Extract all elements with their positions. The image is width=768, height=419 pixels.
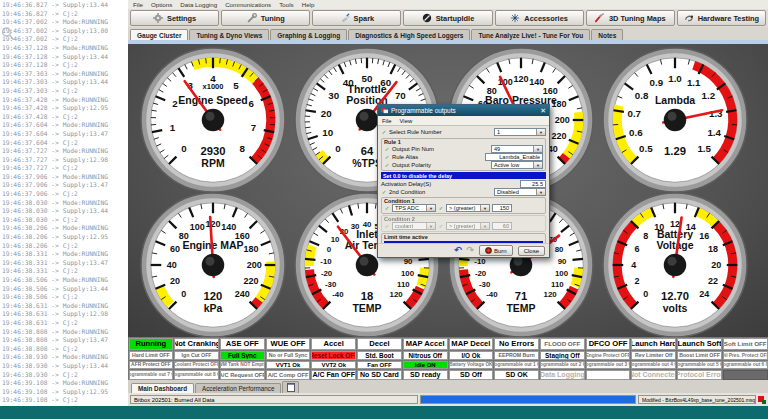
log-line: 19:46:37.002 -> Cj:2 bbox=[2, 35, 128, 44]
gauge-battery-voltage: 024681012141618202224BatteryVoltage12.70… bbox=[600, 190, 750, 337]
serial-log-panel: 19:46:36.827 -> Supply:13.4419:46:36.827… bbox=[0, 0, 128, 406]
svg-text:TEMP: TEMP bbox=[506, 302, 535, 314]
output-polarity-row: ✓ Output Polarity Active low▼ bbox=[384, 161, 543, 169]
close-button[interactable]: Close bbox=[518, 246, 545, 256]
undo-icon[interactable]: ↶ bbox=[454, 246, 462, 255]
new-dashboard-tab[interactable] bbox=[282, 381, 299, 393]
log-line: 19:46:37.428 -> Mode:RUNNING bbox=[2, 96, 128, 105]
svg-text:8: 8 bbox=[643, 231, 648, 241]
svg-text:100: 100 bbox=[555, 269, 569, 278]
svg-text:22: 22 bbox=[708, 276, 718, 286]
svg-text:220: 220 bbox=[552, 131, 567, 141]
svg-text:20: 20 bbox=[321, 108, 332, 119]
status-indicator: No SD Card bbox=[357, 370, 402, 380]
tab-acceleration-performance[interactable]: Acceleration Performance bbox=[195, 383, 281, 393]
3d-tuning-maps-button[interactable]: 3D Tuning Maps bbox=[586, 10, 675, 26]
svg-text:-20: -20 bbox=[321, 269, 333, 278]
status-indicator: Soft Limit OFF bbox=[723, 338, 768, 350]
tab-tuning-dyno-views[interactable]: Tuning & Dyno Views bbox=[189, 29, 269, 40]
log-line: 19:46:37.604 -> Cj:2 bbox=[2, 139, 128, 148]
svg-text:120: 120 bbox=[204, 290, 223, 302]
tab-diagnostics-loggers[interactable]: Diagnostics & High Speed Loggers bbox=[348, 29, 470, 40]
condition2-value-field[interactable]: 60 bbox=[492, 222, 512, 230]
condition1-operator-combo[interactable]: > (greater)▼ bbox=[446, 204, 490, 212]
second-condition-combo[interactable]: Disabled▼ bbox=[494, 188, 546, 196]
activation-delay-field[interactable]: 25.5 bbox=[520, 180, 546, 188]
chevron-down-icon: ▼ bbox=[426, 205, 435, 211]
svg-text:Inlet: Inlet bbox=[356, 228, 378, 240]
log-line: 19:46:36.827 -> Supply:13.44 bbox=[2, 1, 128, 10]
log-line: 19:46:38.930 -> Cj:2 bbox=[2, 371, 128, 380]
output-pin-combo[interactable]: 49▼ bbox=[491, 145, 543, 153]
log-line: 19:46:39.108 -> Supply:12.95 bbox=[2, 388, 128, 397]
tab-notes[interactable]: Notes bbox=[591, 29, 623, 40]
burn-button[interactable]: Burn bbox=[479, 245, 513, 256]
log-line: 19:46:38.030 -> Cj:2 bbox=[2, 216, 128, 225]
status-indicator: Boost Limit OFF bbox=[677, 351, 722, 360]
menu-tools[interactable]: Tools bbox=[279, 1, 293, 8]
menu-file[interactable]: File bbox=[133, 1, 143, 8]
accessories-button[interactable]: Accessories bbox=[495, 10, 584, 26]
dialog-menu-file[interactable]: File bbox=[382, 118, 392, 124]
log-line: 19:46:38.331 -> Supply:13.47 bbox=[2, 259, 128, 268]
condition2-channel-combo[interactable]: coolant▼ bbox=[392, 222, 436, 230]
svg-text:-30: -30 bbox=[325, 280, 337, 289]
check-icon: ✓ bbox=[384, 162, 390, 168]
spark-button[interactable]: Spark bbox=[312, 10, 401, 26]
chevron-down-icon: ▼ bbox=[480, 223, 489, 229]
status-indicator: Programmable out 5 Off bbox=[677, 361, 722, 369]
gauge-engine-speed: 012345678x1000Engine Speed2930RPM bbox=[138, 45, 288, 195]
condition1-value-field[interactable]: 150 bbox=[492, 204, 512, 212]
tab-main-dashboard[interactable]: Main Dashboard bbox=[131, 383, 194, 393]
status-bar: Bitbox 202501: Burned All Data Modified … bbox=[128, 393, 768, 406]
condition2-operator-combo[interactable]: > (greater)▼ bbox=[446, 222, 490, 230]
hardware-testing-button[interactable]: Hardware Testing bbox=[677, 10, 766, 26]
main-toolbar: Settings Tuning Spark StartupIdle Access… bbox=[128, 9, 768, 27]
svg-text:50: 50 bbox=[362, 73, 373, 84]
menu-help[interactable]: Help bbox=[302, 1, 315, 8]
chevron-down-icon: ▼ bbox=[533, 162, 542, 168]
log-line: 19:46:37.727 -> Supply:12.98 bbox=[2, 156, 128, 165]
dialog-menubar: File View bbox=[378, 116, 549, 126]
condition1-channel-combo[interactable]: TPS ADC▼ bbox=[392, 204, 436, 212]
log-line: 19:46:38.506 -> Cj:2 bbox=[2, 293, 128, 302]
output-polarity-label: Output Polarity bbox=[392, 162, 431, 168]
svg-text:0.8: 0.8 bbox=[635, 90, 649, 101]
svg-text:120: 120 bbox=[205, 219, 220, 229]
output-polarity-combo[interactable]: Active low▼ bbox=[491, 161, 543, 169]
svg-text:Engine Speed: Engine Speed bbox=[178, 94, 247, 106]
svg-text:20: 20 bbox=[170, 276, 180, 286]
tab-graphing-logging[interactable]: Graphing & Logging bbox=[270, 29, 347, 40]
status-indicator: Full Sync bbox=[220, 351, 265, 360]
svg-text:0: 0 bbox=[327, 245, 332, 254]
log-line: 19:46:37.906 -> Cj:2 bbox=[2, 190, 128, 199]
output-pin-row: ✓ Output Pin Num 49▼ bbox=[384, 145, 543, 153]
log-line: 19:46:37.727 -> Mode:RUNNING bbox=[2, 147, 128, 156]
gauge-lambda: 0.50.60.70.80.91.01.11.21.31.41.5Lambda1… bbox=[600, 45, 750, 195]
status-indicator-grid: RunningNot CrankingASE OFFWUE OFFAccelDe… bbox=[128, 337, 768, 380]
select-rule-row: ✓ Select Rule Number 1▼ bbox=[381, 127, 546, 137]
log-line: 19:46:38.206 -> Supply:12.95 bbox=[2, 233, 128, 242]
status-indicator: Programmable out 4 Off bbox=[631, 361, 676, 369]
log-line: 19:46:38.808 -> Mode:RUNNING bbox=[2, 328, 128, 337]
probe-icon bbox=[684, 13, 694, 23]
dashboard-tabbar: Gauge Cluster Tuning & Dyno Views Graphi… bbox=[128, 27, 768, 40]
svg-text:8: 8 bbox=[239, 143, 245, 154]
rule-alias-field[interactable]: Lambda_Enable bbox=[485, 153, 543, 161]
svg-text:RPM: RPM bbox=[201, 157, 225, 169]
log-line: 19:46:37.128 -> Supply:13.44 bbox=[2, 53, 128, 62]
close-icon[interactable]: ✕ bbox=[540, 107, 546, 114]
menu-data-logging[interactable]: Data Logging bbox=[180, 1, 217, 8]
svg-text:220: 220 bbox=[244, 276, 259, 286]
status-indicator: ASE OFF bbox=[220, 338, 265, 350]
tab-tune-analyze-live[interactable]: Tune Analyze Live! - Tune For You bbox=[471, 29, 590, 40]
select-rule-combo[interactable]: 1▼ bbox=[494, 128, 546, 136]
dialog-menu-view[interactable]: View bbox=[400, 118, 413, 124]
tuning-button[interactable]: Tuning bbox=[221, 10, 310, 26]
tab-gauge-cluster[interactable]: Gauge Cluster bbox=[130, 29, 188, 40]
startup-idle-button[interactable]: StartupIdle bbox=[403, 10, 492, 26]
settings-button[interactable]: Settings bbox=[130, 10, 219, 26]
svg-text:1.4: 1.4 bbox=[707, 127, 721, 138]
menu-communications[interactable]: Communications bbox=[225, 1, 271, 8]
menu-options[interactable]: Options bbox=[151, 1, 172, 8]
